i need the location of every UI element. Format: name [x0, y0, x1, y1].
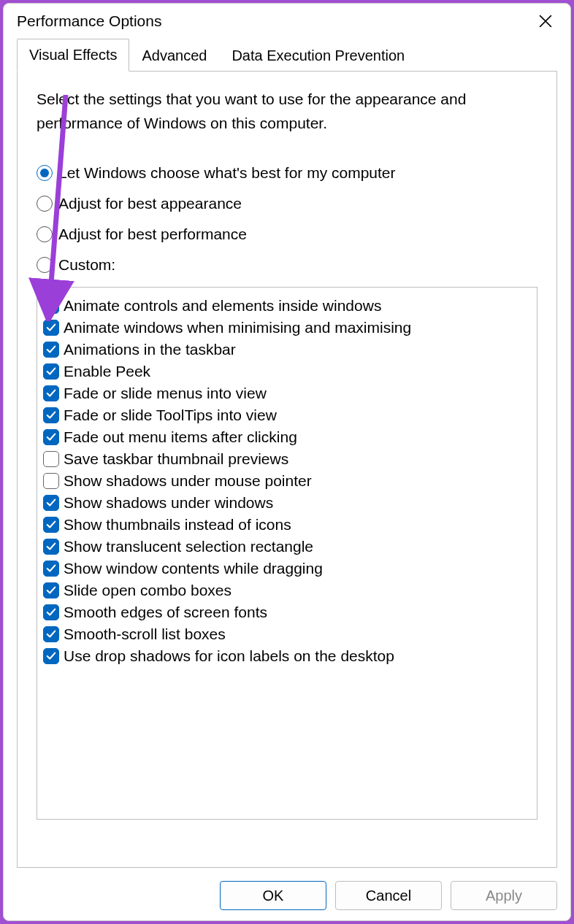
checkbox-option-11[interactable]: Show translucent selection rectangle [43, 536, 531, 558]
preset-radio-group: Let Windows choose what's best for my co… [37, 164, 537, 274]
checkbox-label: Show translucent selection rectangle [64, 538, 313, 555]
checkbox-option-16[interactable]: Use drop shadows for icon labels on the … [43, 645, 531, 667]
check-icon [46, 629, 56, 639]
check-icon [46, 651, 56, 661]
checkbox-label: Show thumbnails instead of icons [64, 516, 291, 534]
checkbox-input[interactable] [43, 582, 59, 598]
checkbox-input[interactable] [43, 517, 59, 533]
checkbox-input[interactable] [43, 473, 59, 489]
checkbox-input[interactable] [43, 320, 59, 336]
check-icon [46, 323, 56, 333]
checkbox-option-3[interactable]: Enable Peek [43, 361, 531, 382]
checkbox-option-1[interactable]: Animate windows when minimising and maxi… [43, 317, 531, 339]
checkbox-input[interactable] [43, 648, 59, 664]
dialog-button-row: OK Cancel Apply [4, 875, 570, 920]
checkbox-label: Fade out menu items after clicking [64, 428, 297, 446]
checkbox-input[interactable] [43, 604, 59, 620]
check-icon [46, 301, 56, 311]
radio-label: Let Windows choose what's best for my co… [58, 164, 396, 182]
checkbox-input[interactable] [43, 298, 59, 314]
checkbox-label: Show shadows under mouse pointer [64, 472, 312, 490]
apply-button[interactable]: Apply [451, 881, 557, 910]
radio-input[interactable] [37, 165, 53, 181]
checkbox-option-7[interactable]: Save taskbar thumbnail previews [43, 448, 531, 470]
checkbox-option-4[interactable]: Fade or slide menus into view [43, 382, 531, 404]
close-icon [539, 15, 552, 28]
checkbox-option-10[interactable]: Show thumbnails instead of icons [43, 514, 531, 536]
tab-data-execution-prevention[interactable]: Data Execution Prevention [219, 39, 417, 72]
close-button[interactable] [531, 8, 560, 34]
checkbox-label: Show window contents while dragging [64, 560, 323, 577]
check-icon [46, 388, 56, 399]
radio-label: Adjust for best appearance [58, 195, 242, 212]
checkbox-option-9[interactable]: Show shadows under windows [43, 492, 531, 514]
checkbox-input[interactable] [43, 342, 59, 358]
checkbox-option-14[interactable]: Smooth edges of screen fonts [43, 601, 531, 623]
checkbox-option-0[interactable]: Animate controls and elements inside win… [43, 295, 531, 317]
checkbox-label: Use drop shadows for icon labels on the … [64, 647, 394, 665]
checkbox-input[interactable] [43, 561, 59, 577]
tab-advanced[interactable]: Advanced [129, 39, 219, 72]
performance-options-window: Performance Options Visual EffectsAdvanc… [3, 3, 571, 921]
radio-input[interactable] [37, 226, 53, 242]
checkbox-input[interactable] [43, 407, 59, 423]
checkbox-option-8[interactable]: Show shadows under mouse pointer [43, 470, 531, 492]
description-text: Select the settings that you want to use… [37, 88, 537, 135]
checkbox-input[interactable] [43, 429, 59, 445]
checkbox-input[interactable] [43, 363, 59, 380]
radio-label: Adjust for best performance [58, 226, 247, 243]
checkbox-input[interactable] [43, 385, 59, 401]
checkbox-option-5[interactable]: Fade or slide ToolTips into view [43, 404, 531, 426]
check-icon [46, 432, 56, 442]
radio-option-3[interactable]: Custom: [37, 256, 537, 274]
checkbox-input[interactable] [43, 539, 59, 555]
checkbox-option-6[interactable]: Fade out menu items after clicking [43, 426, 531, 448]
tab-visual-effects[interactable]: Visual Effects [17, 39, 129, 72]
checkbox-option-13[interactable]: Slide open combo boxes [43, 580, 531, 601]
tab-content-visual-effects: Select the settings that you want to use… [17, 71, 557, 868]
window-title: Performance Options [17, 12, 161, 30]
tab-strip: Visual EffectsAdvancedData Execution Pre… [17, 39, 557, 71]
check-icon [46, 563, 56, 574]
check-icon [46, 498, 56, 508]
check-icon [46, 585, 56, 596]
cancel-button[interactable]: Cancel [335, 881, 442, 910]
check-icon [46, 410, 56, 420]
check-icon [46, 542, 56, 552]
checkbox-input[interactable] [43, 626, 59, 642]
checkbox-label: Animate windows when minimising and maxi… [64, 319, 411, 336]
checkbox-label: Smooth-scroll list boxes [64, 625, 226, 643]
radio-label: Custom: [58, 256, 115, 274]
effects-checkbox-panel: Animate controls and elements inside win… [37, 287, 537, 820]
checkbox-label: Fade or slide menus into view [64, 385, 267, 402]
checkbox-input[interactable] [43, 451, 59, 467]
checkbox-option-2[interactable]: Animations in the taskbar [43, 339, 531, 361]
check-icon [46, 366, 56, 377]
checkbox-label: Save taskbar thumbnail previews [64, 450, 288, 468]
checkbox-label: Fade or slide ToolTips into view [64, 407, 277, 424]
checkbox-option-12[interactable]: Show window contents while dragging [43, 558, 531, 580]
tabs-area: Visual EffectsAdvancedData Execution Pre… [4, 39, 570, 875]
titlebar: Performance Options [4, 4, 570, 39]
radio-input[interactable] [37, 257, 53, 273]
radio-option-2[interactable]: Adjust for best performance [37, 226, 537, 243]
checkbox-label: Show shadows under windows [64, 494, 273, 512]
radio-option-0[interactable]: Let Windows choose what's best for my co… [37, 164, 537, 182]
checkbox-label: Enable Peek [64, 363, 150, 380]
radio-input[interactable] [37, 196, 53, 212]
checkbox-label: Animations in the taskbar [64, 341, 236, 358]
check-icon [46, 607, 56, 617]
checkbox-label: Slide open combo boxes [64, 582, 231, 599]
check-icon [46, 344, 56, 355]
checkbox-option-15[interactable]: Smooth-scroll list boxes [43, 623, 531, 645]
checkbox-label: Animate controls and elements inside win… [64, 297, 381, 315]
check-icon [46, 520, 56, 530]
checkbox-label: Smooth edges of screen fonts [64, 604, 267, 621]
radio-option-1[interactable]: Adjust for best appearance [37, 195, 537, 212]
ok-button[interactable]: OK [220, 881, 326, 910]
checkbox-input[interactable] [43, 495, 59, 511]
